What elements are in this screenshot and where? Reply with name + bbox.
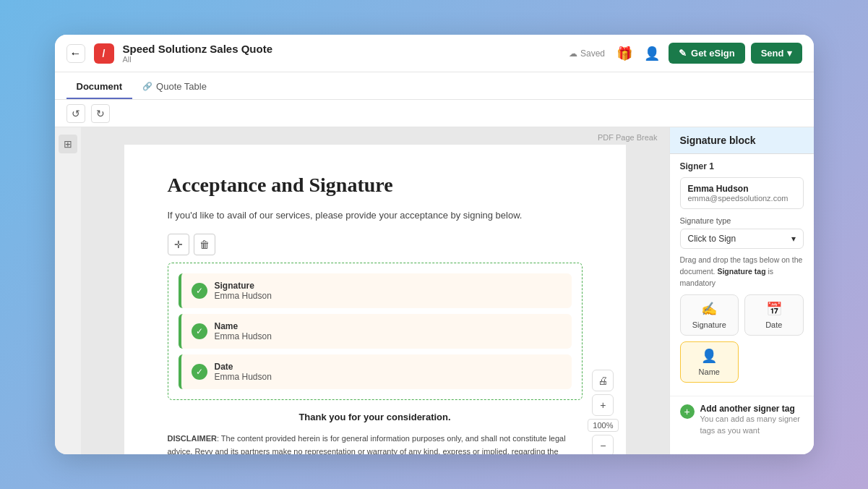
link-icon: 🔗 <box>142 82 152 91</box>
tag-grid: ✍ Signature 📅 Date <box>680 294 804 336</box>
check-icon-signature: ✓ <box>192 283 207 299</box>
add-signer-text: Add another signer tag You can add as ma… <box>700 404 804 436</box>
add-signer-subtitle: You can add as many signer tags as you w… <box>700 414 804 436</box>
user-card: Emma Hudson emma@speedsolutionz.com <box>680 177 804 209</box>
header-actions: 🎁 👤 ✎ Get eSign Send ▾ <box>614 43 802 64</box>
tab-quote-table[interactable]: 🔗 Quote Table <box>132 75 217 99</box>
user-icon-button[interactable]: 👤 <box>641 43 663 64</box>
title-block: Speed Solutionz Sales Quote All <box>123 43 560 64</box>
tab-document[interactable]: Document <box>66 75 133 99</box>
chevron-down-icon: ▾ <box>791 234 796 244</box>
disclaimer-heading: DISCLAIMER <box>168 434 217 443</box>
get-esign-button[interactable]: ✎ Get eSign <box>669 43 745 64</box>
undo-icon: ↺ <box>72 108 80 119</box>
thank-you-text: Thank you for your consideration. <box>168 412 583 422</box>
date-tag-icon: 📅 <box>766 301 782 317</box>
redo-icon: ↻ <box>96 108 105 119</box>
send-button[interactable]: Send ▾ <box>751 43 802 64</box>
print-icon-button[interactable]: 🖨 <box>592 370 614 391</box>
main-area: ⊞ PDF Page Break Acceptance and Signatur… <box>55 127 814 454</box>
toolbar: ↺ ↻ <box>55 100 814 127</box>
delete-button[interactable]: 🗑 <box>194 234 215 255</box>
user-name: Emma Hudson <box>688 184 796 194</box>
zoom-level: 100% <box>588 419 618 432</box>
add-signer-row: + Add another signer tag You can add as … <box>670 396 814 443</box>
sig-type-value: Click to Sign <box>688 234 736 244</box>
app-logo: / <box>94 43 114 64</box>
right-panel: Signature block Signer 1 Emma Hudson emm… <box>669 127 814 454</box>
app-window: ← / Speed Solutionz Sales Quote All ☁ Sa… <box>55 35 814 454</box>
sig-type-label: Signature type <box>680 216 804 225</box>
panel-signer-section: Signer 1 Emma Hudson emma@speedsolutionz… <box>670 154 814 396</box>
saved-status: ☁ Saved <box>569 48 605 59</box>
header: ← / Speed Solutionz Sales Quote All ☁ Sa… <box>55 35 814 72</box>
redo-button[interactable]: ↻ <box>91 104 110 123</box>
sig-row-name: ✓ Name Emma Hudson <box>179 314 572 349</box>
signature-tag-icon: ✍ <box>701 301 717 317</box>
tag-date[interactable]: 📅 Date <box>744 294 804 336</box>
add-signer-button[interactable]: + <box>680 404 695 419</box>
doc-subtitle: If you'd like to avail of our services, … <box>168 210 583 221</box>
signature-block: ✓ Signature Emma Hudson ✓ Name Emma Huds… <box>168 263 583 400</box>
panel-header: Signature block <box>670 127 814 154</box>
sig-row-name-content: Name Emma Hudson <box>215 321 272 341</box>
name-tag-icon: 👤 <box>701 348 717 364</box>
drag-hint: Drag and drop the tags below on the docu… <box>680 255 804 289</box>
zoom-out-button[interactable]: − <box>592 435 614 454</box>
sig-row-content: Signature Emma Hudson <box>215 281 272 301</box>
zoom-in-button[interactable]: + <box>592 394 614 416</box>
sig-type-select[interactable]: Click to Sign ▾ <box>680 229 804 249</box>
user-email: emma@speedsolutionz.com <box>688 194 796 203</box>
breadcrumb: All <box>123 55 560 64</box>
document-title: Speed Solutionz Sales Quote <box>123 43 560 55</box>
doc-page: Acceptance and Signature If you'd like t… <box>124 145 626 454</box>
sig-row-date-content: Date Emma Hudson <box>215 362 272 382</box>
esign-icon: ✎ <box>679 48 687 59</box>
tag-grid-2: 👤 Name <box>680 341 804 383</box>
gift-icon-button[interactable]: 🎁 <box>614 43 635 64</box>
drag-controls: ✛ 🗑 <box>168 234 583 255</box>
tag-name[interactable]: 👤 Name <box>680 341 739 383</box>
tabs-bar: Document 🔗 Quote Table <box>55 72 814 100</box>
undo-button[interactable]: ↺ <box>66 104 85 123</box>
move-handle[interactable]: ✛ <box>168 234 189 255</box>
sig-row-signature: ✓ Signature Emma Hudson <box>179 273 572 308</box>
back-button[interactable]: ← <box>66 44 85 63</box>
signer-label: Signer 1 <box>680 161 804 171</box>
tag-signature[interactable]: ✍ Signature <box>680 294 739 336</box>
doc-title: Acceptance and Signature <box>168 174 583 197</box>
send-arrow-icon: ▾ <box>787 48 792 59</box>
float-buttons: 🖨 + 100% − <box>588 370 618 454</box>
add-signer-title: Add another signer tag <box>700 404 804 414</box>
disclaimer: DISCLAIMER: The content provided herein … <box>168 433 583 454</box>
document-area: PDF Page Break Acceptance and Signature … <box>81 127 669 454</box>
sig-row-date: ✓ Date Emma Hudson <box>179 354 572 389</box>
check-icon-name: ✓ <box>192 323 207 339</box>
check-icon-date: ✓ <box>192 364 207 380</box>
left-sidebar: ⊞ <box>55 127 81 454</box>
sidebar-table-icon[interactable]: ⊞ <box>59 135 77 153</box>
page-break-label: PDF Page Break <box>81 127 669 145</box>
cloud-icon: ☁ <box>569 48 577 59</box>
